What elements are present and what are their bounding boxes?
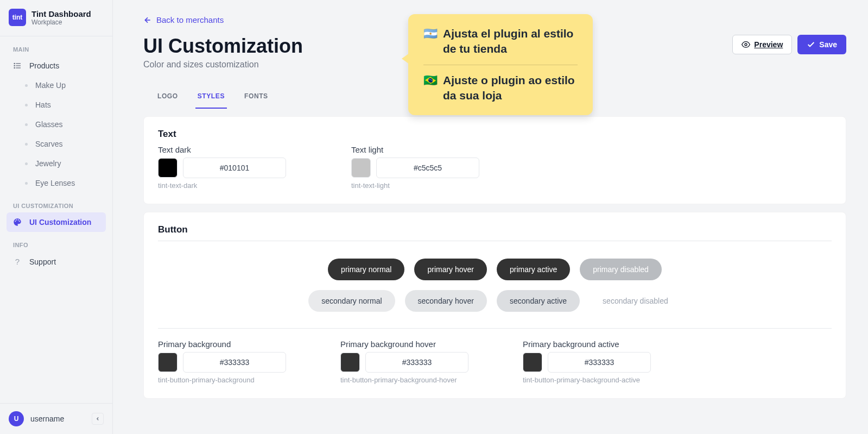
palette-icon: [13, 218, 22, 227]
brand-logo: tint: [9, 9, 26, 26]
sidebar-footer: U username: [0, 403, 112, 434]
hint-text-dark: tint-text-dark: [158, 181, 286, 190]
preview-secondary-normal: secondary normal: [308, 290, 395, 312]
sidebar: tint Tint Dashboard Workplace MAIN Produ…: [0, 0, 113, 434]
hint-primary-bg-active: tint-button-primary-background-active: [523, 376, 651, 384]
flag-brazil-icon: 🇧🇷: [423, 73, 438, 88]
field-label-text-light: Text light: [351, 145, 479, 154]
tooltip-callout: 🇦🇷 Ajusta el plugin al estilo de tu tien…: [408, 14, 593, 115]
preview-button-label: Preview: [754, 40, 783, 49]
sidebar-header: tint Tint Dashboard Workplace: [0, 0, 112, 36]
arrow-left-icon: [143, 16, 152, 24]
dot-icon: [25, 162, 28, 165]
sidebar-subitem-jewelry[interactable]: Jewelry: [7, 154, 106, 173]
brand-subtitle: Workplace: [31, 18, 91, 26]
svg-point-3: [14, 63, 15, 64]
hint-primary-bg-hover: tint-button-primary-background-hover: [340, 376, 468, 384]
list-icon: [13, 61, 22, 70]
save-button-label: Save: [819, 40, 837, 49]
svg-point-7: [745, 43, 747, 46]
sidebar-item-label: Support: [29, 257, 56, 266]
callout-text-es: Ajusta el plugin al estilo de tu tienda: [443, 26, 578, 57]
field-label-primary-bg: Primary background: [158, 339, 286, 349]
divider: [158, 328, 832, 329]
tab-fonts[interactable]: FONTS: [242, 87, 270, 109]
hint-primary-bg: tint-button-primary-background: [158, 376, 286, 384]
input-text-light[interactable]: [376, 158, 479, 178]
swatch-primary-bg[interactable]: [158, 353, 178, 372]
input-primary-bg[interactable]: [183, 352, 286, 373]
sidebar-section-info: INFO: [0, 232, 112, 251]
back-link[interactable]: Back to merchants: [143, 15, 224, 24]
sidebar-subitem-label: Make Up: [35, 81, 66, 90]
divider: [158, 241, 832, 241]
page-subtitle: Color and sizes customization: [143, 60, 303, 70]
sidebar-section-ui: UI CUSTOMIZATION: [0, 193, 112, 212]
sidebar-section-main: MAIN: [0, 36, 112, 56]
svg-point-5: [14, 67, 15, 68]
input-primary-bg-hover[interactable]: [365, 352, 468, 373]
field-label-primary-bg-hover: Primary background hover: [340, 339, 468, 349]
sidebar-item-products[interactable]: Products: [7, 56, 106, 76]
sidebar-item-ui-customization[interactable]: UI Customization: [7, 212, 106, 232]
swatch-primary-bg-active[interactable]: [523, 353, 542, 372]
divider: [423, 65, 578, 65]
sidebar-item-label: Products: [29, 61, 59, 70]
avatar[interactable]: U: [9, 411, 24, 426]
swatch-text-dark[interactable]: [158, 158, 178, 178]
chevron-left-icon: [95, 416, 100, 422]
callout-text-pt: Ajuste o plugin ao estilo da sua loja: [443, 73, 578, 104]
sidebar-subitem-label: Hats: [35, 100, 51, 109]
sidebar-item-label: UI Customization: [29, 218, 91, 227]
sidebar-subitem-label: Glasses: [35, 120, 63, 129]
preview-primary-normal: primary normal: [328, 259, 404, 280]
sidebar-subitem-scarves[interactable]: Scarves: [7, 134, 106, 154]
hint-text-light: tint-text-light: [351, 181, 479, 190]
username-label: username: [30, 414, 64, 423]
sidebar-subitem-glasses[interactable]: Glasses: [7, 115, 106, 134]
sidebar-subitem-makeup[interactable]: Make Up: [7, 76, 106, 95]
preview-secondary-hover: secondary hover: [405, 290, 487, 312]
sidebar-subitem-hats[interactable]: Hats: [7, 95, 106, 115]
sidebar-item-support[interactable]: ? Support: [7, 251, 106, 272]
dot-icon: [25, 104, 28, 106]
sidebar-subitem-label: Jewelry: [35, 159, 61, 168]
back-link-label: Back to merchants: [156, 15, 224, 24]
save-button[interactable]: Save: [797, 35, 846, 54]
text-section-card: Text Text dark tint-text-dark Text light: [143, 116, 846, 204]
swatch-text-light[interactable]: [351, 158, 371, 178]
check-icon: [807, 40, 815, 49]
eye-icon: [742, 40, 750, 49]
sidebar-subitem-label: Scarves: [35, 140, 63, 148]
field-label-text-dark: Text dark: [158, 145, 286, 154]
preview-primary-active: primary active: [497, 259, 570, 280]
svg-point-4: [14, 65, 15, 66]
collapse-sidebar-button[interactable]: [92, 413, 104, 425]
question-icon: ?: [13, 257, 22, 266]
brand-title: Tint Dashboard: [31, 9, 91, 18]
preview-button[interactable]: Preview: [732, 35, 792, 54]
section-title-button: Button: [158, 224, 832, 235]
dot-icon: [25, 123, 28, 126]
flag-argentina-icon: 🇦🇷: [423, 26, 438, 41]
input-text-dark[interactable]: [183, 158, 286, 178]
dot-icon: [25, 143, 28, 146]
preview-secondary-disabled: secondary disabled: [590, 290, 681, 312]
preview-primary-hover: primary hover: [414, 259, 487, 280]
input-primary-bg-active[interactable]: [548, 352, 651, 373]
tab-logo[interactable]: LOGO: [155, 87, 180, 109]
button-section-card: Button primary normal primary hover prim…: [143, 212, 846, 399]
page-title: UI Customization: [143, 35, 303, 58]
dot-icon: [25, 182, 28, 185]
sidebar-subitem-label: Eye Lenses: [35, 179, 75, 187]
swatch-primary-bg-hover[interactable]: [340, 353, 360, 372]
field-label-primary-bg-active: Primary background active: [523, 339, 651, 349]
sidebar-subitem-eyelenses[interactable]: Eye Lenses: [7, 173, 106, 193]
main-content: Back to merchants UI Customization Color…: [113, 0, 868, 434]
dot-icon: [25, 84, 28, 87]
preview-secondary-active: secondary active: [497, 290, 580, 312]
tab-styles[interactable]: STYLES: [195, 87, 227, 109]
section-title-text: Text: [158, 129, 832, 140]
preview-primary-disabled: primary disabled: [580, 259, 662, 280]
